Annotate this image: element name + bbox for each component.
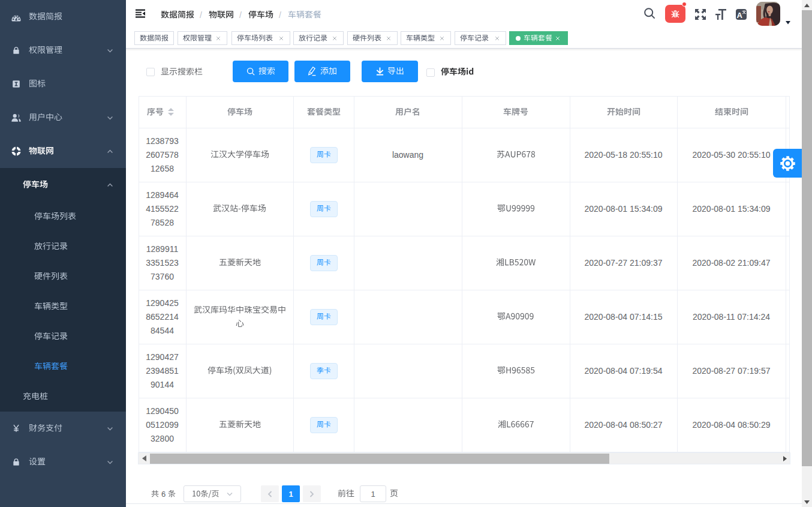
svg-text:A: A xyxy=(737,11,743,20)
